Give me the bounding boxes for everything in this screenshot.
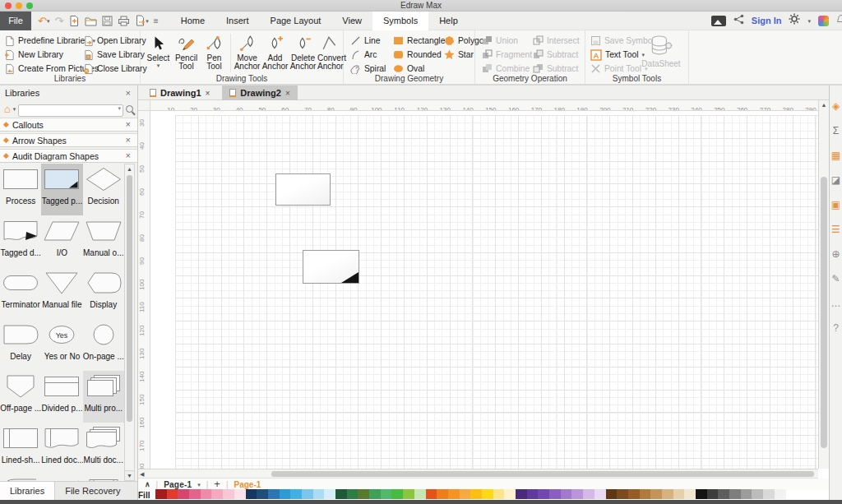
color-swatch[interactable]: [729, 489, 741, 499]
library-section-audit-diagram-shapes[interactable]: ◆ Audit Diagram Shapes ×: [0, 149, 137, 163]
color-swatch[interactable]: [313, 489, 325, 499]
color-swatch[interactable]: [448, 489, 460, 499]
color-swatch[interactable]: [302, 489, 313, 499]
add-anchor-button[interactable]: Add Anchor: [261, 33, 289, 77]
shape-off-page-reference[interactable]: Off-page ...: [0, 371, 41, 423]
shape-manual-file[interactable]: Manual file: [41, 267, 82, 319]
color-swatch[interactable]: [369, 489, 381, 499]
color-swatch[interactable]: [775, 489, 786, 499]
right-panel-icon[interactable]: …: [830, 298, 842, 309]
minimize-window-button[interactable]: [16, 2, 22, 9]
color-swatch[interactable]: [741, 489, 752, 499]
color-swatch[interactable]: [257, 489, 268, 499]
shape-multi-document[interactable]: Multi doc...: [83, 423, 124, 474]
delete-anchor-button[interactable]: Delete Anchor: [289, 33, 317, 77]
color-swatch[interactable]: [211, 489, 223, 499]
canvas-grid[interactable]: [175, 115, 818, 469]
shape-lined-shape[interactable]: Lined-sh...: [0, 423, 41, 474]
oval-tool-button[interactable]: Oval: [393, 62, 424, 75]
datasheet-button[interactable]: DataSheet: [640, 32, 682, 76]
subtract-back-button[interactable]: Subtract: [533, 62, 578, 75]
right-panel-icon[interactable]: ◪: [830, 174, 842, 186]
color-swatch[interactable]: [504, 489, 516, 499]
open-file-icon[interactable]: [85, 14, 97, 27]
library-section-callouts[interactable]: ◆ Callouts ×: [0, 118, 137, 132]
color-swatch[interactable]: [381, 489, 392, 499]
right-panel-icon[interactable]: ☰: [830, 224, 842, 235]
shape-lined-document[interactable]: Lined doc...: [41, 423, 82, 474]
customize-toolbar-icon[interactable]: ≡: [154, 14, 159, 27]
pen-tool-button[interactable]: Pen Tool: [201, 33, 228, 77]
right-panel-icon[interactable]: ◈: [830, 100, 842, 112]
notification-bell-icon[interactable]: [836, 13, 842, 28]
color-swatch[interactable]: [583, 489, 594, 499]
sign-in-link[interactable]: Sign In: [752, 16, 782, 25]
color-swatch[interactable]: [718, 489, 729, 499]
color-swatch[interactable]: [391, 489, 403, 499]
color-swatch[interactable]: [426, 489, 437, 499]
color-swatch[interactable]: [290, 489, 302, 499]
color-swatch[interactable]: [673, 489, 685, 499]
horizontal-scrollbar[interactable]: ◀: [138, 469, 818, 479]
rectangle-tool-button[interactable]: Rectangle: [393, 35, 445, 47]
color-swatch[interactable]: [763, 489, 775, 499]
snapshot-caret-icon[interactable]: ▾: [146, 18, 149, 24]
shape-multi-process[interactable]: Multi pro...: [83, 371, 124, 423]
color-swatch[interactable]: [189, 489, 201, 499]
zoom-window-button[interactable]: [26, 2, 33, 9]
tab-libraries[interactable]: Libraries: [0, 482, 55, 500]
file-button[interactable]: File: [0, 12, 31, 30]
color-swatch[interactable]: [538, 489, 549, 499]
library-section-arrow-shapes[interactable]: ◆ Arrow Shapes ×: [0, 133, 137, 147]
color-swatch[interactable]: [403, 489, 414, 499]
color-swatch[interactable]: [201, 489, 212, 499]
redo-icon[interactable]: ↷: [54, 16, 63, 26]
close-drawing2-icon[interactable]: ×: [285, 89, 290, 98]
predefine-libraries-button[interactable]: Predefine Libraries ▾: [4, 35, 95, 47]
shape-tagged-process[interactable]: Tagged p...: [41, 164, 82, 215]
color-swatch[interactable]: [280, 489, 291, 499]
search-icon[interactable]: [126, 105, 133, 113]
shape-on-page-reference[interactable]: On-page ...: [83, 319, 124, 371]
spiral-tool-button[interactable]: Spiral: [350, 62, 386, 75]
library-search-input[interactable]: [18, 104, 123, 117]
tab-drawing1[interactable]: Drawing1 ×: [142, 86, 217, 100]
color-swatch[interactable]: [561, 489, 572, 499]
subtract-button[interactable]: Subtract: [533, 49, 578, 61]
app-logo-icon[interactable]: [818, 16, 829, 26]
color-swatch[interactable]: [493, 489, 505, 499]
settings-caret-icon[interactable]: ▾: [807, 18, 811, 24]
close-audit-shapes-icon[interactable]: ×: [126, 151, 131, 160]
tab-page-layout[interactable]: Page Layout: [260, 12, 332, 30]
color-swatch[interactable]: [155, 489, 167, 499]
line-tool-button[interactable]: Line: [350, 35, 380, 47]
color-swatch[interactable]: [482, 489, 493, 499]
save-library-button[interactable]: Save Library: [83, 49, 145, 61]
color-swatch[interactable]: [167, 489, 178, 499]
tab-help[interactable]: Help: [428, 12, 469, 30]
color-swatch[interactable]: [650, 489, 662, 499]
color-swatch[interactable]: [268, 489, 280, 499]
shape-display[interactable]: Display: [83, 267, 124, 319]
color-swatch[interactable]: [662, 489, 673, 499]
color-swatch[interactable]: [606, 489, 618, 499]
color-swatch[interactable]: [223, 489, 234, 499]
screen-capture-icon[interactable]: [711, 16, 726, 26]
close-window-button[interactable]: [5, 2, 12, 9]
color-swatch[interactable]: [617, 489, 628, 499]
color-swatch[interactable]: [707, 489, 719, 499]
tab-symbols[interactable]: Symbols: [372, 12, 428, 30]
color-swatch[interactable]: [178, 489, 189, 499]
open-library-button[interactable]: Open Library: [83, 35, 146, 47]
fragment-button[interactable]: Fragment: [482, 49, 532, 61]
undo-caret-icon[interactable]: ▾: [47, 18, 50, 24]
shape-delay[interactable]: Delay: [0, 319, 41, 371]
color-swatch[interactable]: [460, 489, 471, 499]
color-swatch[interactable]: [527, 489, 539, 499]
share-icon[interactable]: [733, 13, 744, 28]
tab-view[interactable]: View: [331, 12, 372, 30]
color-swatch[interactable]: [347, 489, 359, 499]
home-icon[interactable]: ⌂: [4, 104, 11, 114]
shape-partial[interactable]: [41, 474, 82, 481]
scroll-left-icon[interactable]: ◀: [140, 469, 144, 479]
